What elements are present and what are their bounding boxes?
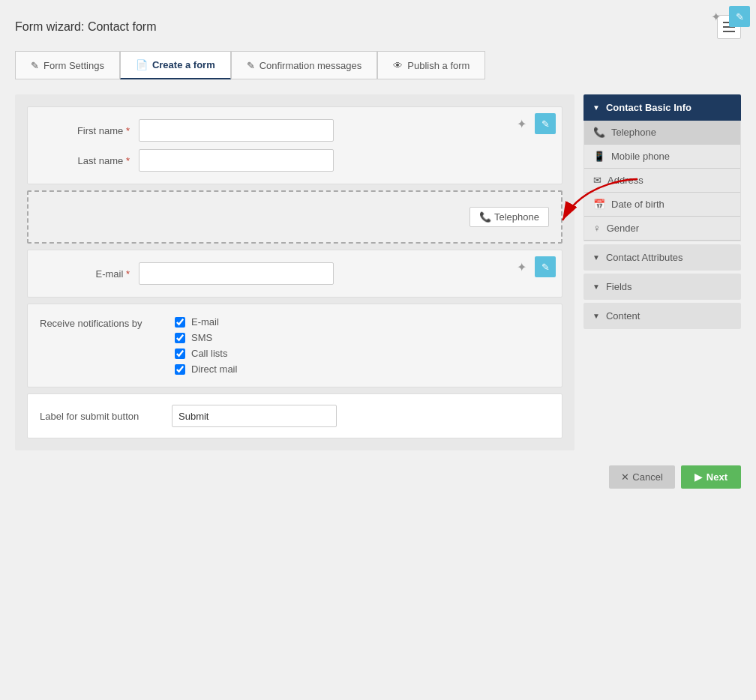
telephone-drop-zone[interactable]: 📞 Telephone (27, 190, 562, 244)
first-name-label: First name * (40, 125, 130, 136)
move-email-section-button[interactable]: ✦ (511, 256, 532, 277)
cancel-button[interactable]: ✕ Cancel (609, 465, 674, 489)
contact-attributes-header[interactable]: ▼ Contact Attributes (584, 244, 741, 271)
last-name-field-row: Last name * (40, 149, 517, 172)
contact-basic-info-section: ▼ Contact Basic Info 📞 Telephone 📱 Mobil… (584, 94, 741, 241)
sidebar-item-mobile-phone[interactable]: 📱 Mobile phone (584, 145, 740, 169)
edit-name-section-button[interactable]: ✎ (535, 113, 556, 134)
gender-icon: ♀ (593, 223, 601, 234)
last-name-label: Last name * (40, 155, 130, 166)
first-name-field-row: First name * (40, 119, 517, 142)
edit-email-section-button[interactable]: ✎ (535, 256, 556, 277)
address-icon: ✉ (593, 175, 602, 186)
move-notifications-button[interactable]: ✦ (705, 6, 726, 27)
chevron-right-icon-fields: ▼ (592, 283, 600, 291)
notifications-label: Receive notifications by (40, 316, 160, 329)
telephone-icon: 📞 (593, 127, 605, 138)
content-section: ▼ Content (584, 303, 741, 329)
checkbox-email[interactable]: E-mail (175, 316, 237, 328)
drop-zone-label: 📞 Telephone (470, 207, 549, 227)
publish-icon: 👁 (393, 60, 403, 71)
tab-bar: ✎ Form Settings 📄 Create a form ✎ Confir… (15, 51, 741, 79)
checkbox-call-lists[interactable]: Call lists (175, 348, 237, 359)
sidebar: ▼ Contact Basic Info 📞 Telephone 📱 Mobil… (584, 94, 741, 450)
mobile-phone-icon: 📱 (593, 151, 605, 162)
form-settings-icon: ✎ (31, 60, 39, 71)
form-canvas: ✦ ✎ First name * Last name * (15, 94, 574, 450)
email-section: ✦ ✎ E-mail * (27, 250, 562, 298)
chevron-right-icon-content: ▼ (592, 312, 600, 320)
submit-button-label-input[interactable] (172, 405, 337, 427)
cancel-icon: ✕ (621, 471, 629, 483)
contact-basic-info-items: 📞 Telephone 📱 Mobile phone ✉ Address 📅 D… (584, 121, 741, 241)
contact-attributes-section: ▼ Contact Attributes (584, 244, 741, 271)
sidebar-item-telephone[interactable]: 📞 Telephone (584, 121, 740, 145)
first-name-input[interactable] (139, 119, 334, 142)
date-of-birth-icon: 📅 (593, 199, 605, 210)
create-form-icon: 📄 (136, 59, 148, 70)
last-name-input[interactable] (139, 149, 334, 172)
fields-header[interactable]: ▼ Fields (584, 274, 741, 300)
name-section: ✦ ✎ First name * Last name * (27, 106, 562, 184)
page-title: Form wizard: Contact form (15, 20, 156, 34)
notifications-options: E-mail SMS Call lists Direct mail (175, 316, 237, 375)
sidebar-item-address[interactable]: ✉ Address (584, 169, 740, 193)
email-label: E-mail * (40, 268, 130, 280)
checkbox-sms[interactable]: SMS (175, 332, 237, 343)
next-button[interactable]: ▶ Next (681, 465, 741, 489)
email-input[interactable] (139, 262, 334, 285)
fields-section: ▼ Fields (584, 274, 741, 300)
telephone-drop-icon: 📞 (479, 211, 491, 223)
tab-confirmation-messages[interactable]: ✎ Confirmation messages (231, 51, 378, 79)
sidebar-item-date-of-birth[interactable]: 📅 Date of birth (584, 193, 740, 217)
bottom-bar: ✕ Cancel ▶ Next (15, 465, 741, 489)
email-field-row: E-mail * (40, 262, 517, 285)
notifications-section: ✦ ✎ Receive notifications by E-mail SMS … (27, 304, 562, 387)
drop-zone-wrapper: 📞 Telephone (27, 190, 562, 244)
chevron-right-icon: ▼ (592, 253, 600, 262)
tab-form-settings[interactable]: ✎ Form Settings (15, 51, 120, 79)
sidebar-item-gender[interactable]: ♀ Gender (584, 217, 740, 241)
submit-label: Label for submit button (40, 411, 160, 422)
edit-notifications-button[interactable]: ✎ (729, 6, 750, 27)
chevron-down-icon: ▼ (592, 103, 600, 112)
tab-create-form[interactable]: 📄 Create a form (120, 51, 231, 79)
contact-basic-info-header[interactable]: ▼ Contact Basic Info (584, 94, 741, 121)
submit-section: Label for submit button (27, 393, 562, 438)
tab-publish-form[interactable]: 👁 Publish a form (377, 51, 485, 79)
checkbox-direct-mail[interactable]: Direct mail (175, 363, 237, 375)
next-icon: ▶ (694, 471, 702, 483)
move-name-section-button[interactable]: ✦ (511, 113, 532, 134)
content-header[interactable]: ▼ Content (584, 303, 741, 329)
confirmation-icon: ✎ (247, 60, 255, 71)
